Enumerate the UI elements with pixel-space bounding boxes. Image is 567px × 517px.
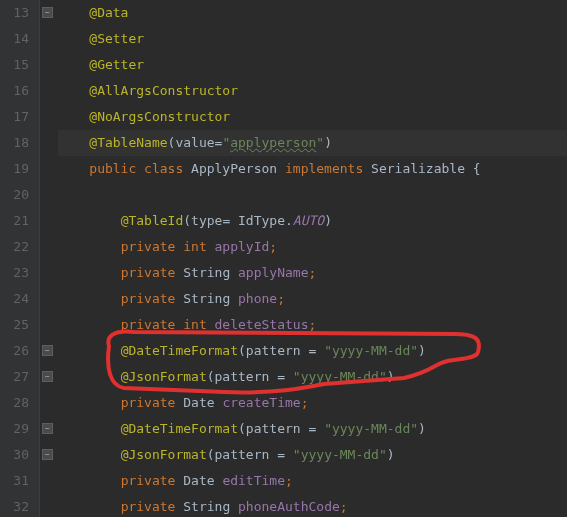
line-number: 27 [6, 364, 29, 390]
fold-toggle-icon[interactable]: − [42, 423, 53, 434]
code-line[interactable]: private Date editTime; [58, 468, 567, 494]
line-number: 20 [6, 182, 29, 208]
line-number: 28 [6, 390, 29, 416]
code-line-current[interactable]: @TableName(value="applyperson") [58, 130, 567, 156]
line-number: 23 [6, 260, 29, 286]
code-line[interactable]: private String phone; [58, 286, 567, 312]
field-name: phone [238, 291, 277, 306]
code-line[interactable] [58, 182, 567, 208]
field-name: deleteStatus [215, 317, 309, 332]
field-name: phoneAuthCode [238, 499, 340, 514]
line-number: 17 [6, 104, 29, 130]
line-number: 31 [6, 468, 29, 494]
field-name: editTime [222, 473, 285, 488]
code-line[interactable]: private String phoneAuthCode; [58, 494, 567, 517]
code-line[interactable]: private int deleteStatus; [58, 312, 567, 338]
annotation: @TableName [89, 135, 167, 150]
annotation: @DateTimeFormat [121, 343, 238, 358]
line-number: 29 [6, 416, 29, 442]
line-number: 14 [6, 26, 29, 52]
string-literal: yyyy-MM-dd [301, 447, 379, 462]
annotation: @DateTimeFormat [121, 421, 238, 436]
field-name: createTime [222, 395, 300, 410]
code-line[interactable]: private String applyName; [58, 260, 567, 286]
code-line[interactable]: @JsonFormat(pattern = "yyyy-MM-dd") [58, 364, 567, 390]
line-number: 25 [6, 312, 29, 338]
code-area[interactable]: @Data @Setter @Getter @AllArgsConstructo… [56, 0, 567, 517]
fold-toggle-icon[interactable]: − [42, 345, 53, 356]
annotation: @JsonFormat [121, 447, 207, 462]
code-line[interactable]: @JsonFormat(pattern = "yyyy-MM-dd") [58, 442, 567, 468]
code-line[interactable]: private int applyId; [58, 234, 567, 260]
annotation: @Setter [89, 31, 144, 46]
line-number: 13 [6, 0, 29, 26]
line-number: 21 [6, 208, 29, 234]
code-line[interactable]: @DateTimeFormat(pattern = "yyyy-MM-dd") [58, 338, 567, 364]
annotation: @Data [89, 5, 128, 20]
string-literal: yyyy-MM-dd [332, 343, 410, 358]
code-editor: 1314151617181920212223242526272829303132… [0, 0, 567, 517]
code-line[interactable]: private Date createTime; [58, 390, 567, 416]
fold-toggle-icon[interactable]: − [42, 7, 53, 18]
field-name: applyId [215, 239, 270, 254]
line-number: 15 [6, 52, 29, 78]
line-number-gutter: 1314151617181920212223242526272829303132 [0, 0, 40, 517]
code-line[interactable]: @NoArgsConstructor [58, 104, 567, 130]
line-number: 24 [6, 286, 29, 312]
annotation: @JsonFormat [121, 369, 207, 384]
annotation: @AllArgsConstructor [89, 83, 238, 98]
fold-toggle-icon[interactable]: − [42, 371, 53, 382]
code-line[interactable]: @Setter [58, 26, 567, 52]
fold-toggle-icon[interactable]: − [42, 449, 53, 460]
line-number: 22 [6, 234, 29, 260]
string-literal: yyyy-MM-dd [301, 369, 379, 384]
code-line[interactable]: @TableId(type= IdType.AUTO) [58, 208, 567, 234]
fold-column: −−−−− [40, 0, 56, 517]
annotation: @NoArgsConstructor [89, 109, 230, 124]
line-number: 32 [6, 494, 29, 517]
code-line[interactable]: @Getter [58, 52, 567, 78]
field-name: applyName [238, 265, 308, 280]
line-number: 18 [6, 130, 29, 156]
line-number: 19 [6, 156, 29, 182]
annotation: @TableId [121, 213, 184, 228]
annotation: @Getter [89, 57, 144, 72]
line-number: 30 [6, 442, 29, 468]
code-line[interactable]: @AllArgsConstructor [58, 78, 567, 104]
string-literal: applyperson [230, 135, 316, 150]
string-literal: yyyy-MM-dd [332, 421, 410, 436]
line-number: 26 [6, 338, 29, 364]
code-line[interactable]: @DateTimeFormat(pattern = "yyyy-MM-dd") [58, 416, 567, 442]
code-line[interactable]: @Data [58, 0, 567, 26]
line-number: 16 [6, 78, 29, 104]
code-line[interactable]: public class ApplyPerson implements Seri… [58, 156, 567, 182]
